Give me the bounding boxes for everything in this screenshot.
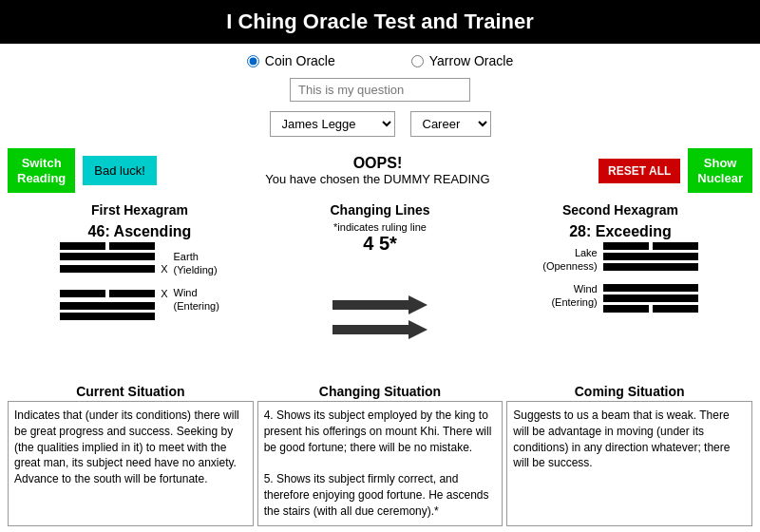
yarrow-oracle-option[interactable]: Yarrow Oracle — [411, 53, 513, 68]
second-hex-annotation-upper: Lake(Openness) — [542, 246, 597, 274]
bad-luck-button[interactable]: Bad luck! — [83, 156, 156, 185]
coming-situation-label: Coming Situation — [506, 380, 752, 402]
yarrow-oracle-label: Yarrow Oracle — [429, 53, 513, 68]
arrows-area — [332, 255, 428, 380]
first-hex-annotation-lower: Wind(Entering) — [174, 286, 219, 314]
translator-select[interactable]: James Legge Wilhelm/Baynes Cleary — [270, 111, 395, 137]
second-hex-visual: Lake(Openness) Wind(Entering) — [488, 242, 752, 313]
coming-situation-col: Coming Situation Suggests to us a beam t… — [506, 380, 752, 526]
reset-all-button[interactable]: RESET ALL — [598, 159, 680, 183]
hex-line-2 — [60, 302, 167, 310]
show-nuclear-button[interactable]: ShowNuclear — [688, 148, 752, 193]
second-hex-annotations: Lake(Openness) Wind(Entering) — [542, 246, 602, 310]
hex2-line-3 — [603, 284, 698, 292]
second-hex-annotation-lower: Wind(Entering) — [542, 282, 597, 310]
oops-message: OOPS! You have chosen the DUMMY READING — [164, 155, 591, 186]
yarrow-oracle-radio[interactable] — [411, 55, 424, 67]
second-hex-heading: Second Hexagram — [488, 199, 752, 221]
second-hexagram-col: Second Hexagram 28: Exceeding Lake(Openn… — [488, 199, 752, 380]
changing-situation-text: 4. Shows its subject employed by the kin… — [257, 402, 504, 526]
second-hex-name: 28: Exceeding — [488, 221, 752, 242]
second-hex-lines — [603, 242, 698, 313]
current-situation-text: Indicates that (under its conditions) th… — [8, 402, 254, 526]
oops-line2: You have chosen the DUMMY READING — [164, 172, 591, 186]
current-situation-col: Current Situation Indicates that (under … — [8, 380, 254, 526]
hex-line-1 — [60, 313, 167, 320]
app-title: I Ching Oracle Test and Trainer — [0, 0, 760, 44]
first-hex-name: 46: Ascending — [8, 221, 272, 242]
arrow-2 — [332, 320, 428, 339]
hex-line-5 — [60, 253, 167, 260]
arrow-1 — [332, 295, 428, 314]
changing-lines-col: Changing Lines *indicates ruling line 4 … — [276, 199, 484, 380]
hex-line-3: X — [60, 288, 167, 299]
coin-oracle-label: Coin Oracle — [265, 53, 335, 68]
changing-situation-label: Changing Situation — [257, 380, 504, 402]
hex-line-6 — [60, 242, 167, 250]
hex2-line-2 — [603, 294, 698, 302]
line3-x: X — [161, 288, 167, 299]
coin-oracle-option[interactable]: Coin Oracle — [247, 53, 335, 68]
svg-marker-1 — [332, 320, 428, 339]
changing-situation-col: Changing Situation 4. Shows its subject … — [257, 380, 504, 526]
hex-line-4: X — [60, 263, 167, 275]
hex2-line-4 — [603, 263, 698, 271]
switch-reading-button[interactable]: SwitchReading — [8, 148, 75, 193]
hex2-line-1 — [603, 305, 698, 313]
first-hex-heading: First Hexagram — [8, 199, 272, 221]
coin-oracle-radio[interactable] — [247, 55, 259, 67]
hex2-line-5 — [603, 253, 698, 260]
first-hexagram-col: First Hexagram 46: Ascending X — [8, 199, 272, 380]
hex2-line-6 — [603, 242, 698, 250]
changing-lines-note: *indicates ruling line — [333, 221, 427, 233]
changing-lines-heading: Changing Lines — [331, 199, 430, 221]
first-hex-annotations: Earth(Yielding) Wind(Entering) — [168, 250, 219, 314]
coming-situation-text: Suggests to us a beam that is weak. Ther… — [506, 402, 752, 526]
changing-lines-nums: 4 5* — [363, 233, 397, 255]
category-select[interactable]: Career Love General Health — [410, 111, 491, 137]
current-situation-label: Current Situation — [8, 380, 254, 402]
first-hex-visual: X X Earth(Yielding) — [8, 242, 272, 320]
svg-marker-0 — [332, 295, 428, 314]
first-hex-annotation-upper: Earth(Yielding) — [174, 250, 219, 277]
question-input[interactable] — [290, 78, 470, 102]
line4-x: X — [161, 263, 167, 275]
oops-line1: OOPS! — [164, 155, 591, 172]
